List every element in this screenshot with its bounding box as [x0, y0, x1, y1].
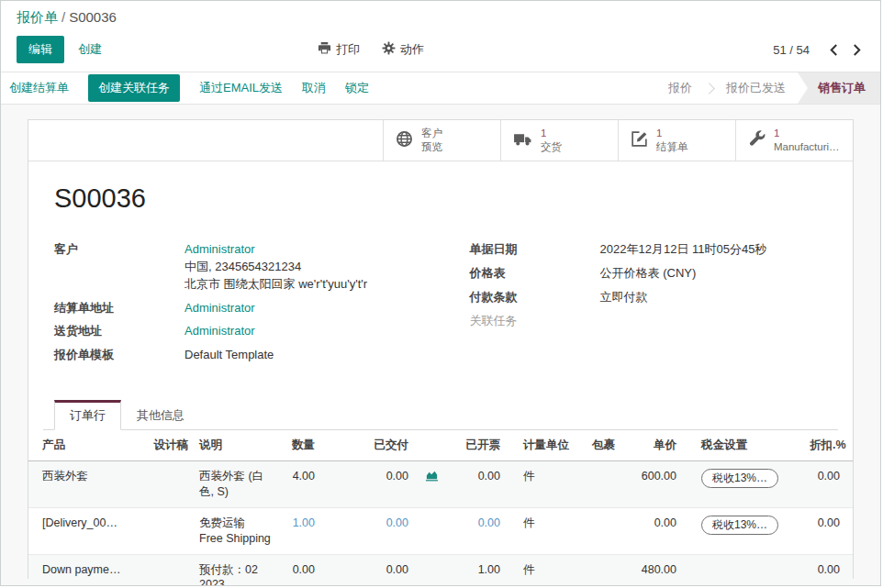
create-invoice-button[interactable]: 创建结算单 [9, 80, 69, 96]
pager-previous-icon[interactable] [826, 42, 842, 58]
col-description[interactable]: 说明 [194, 430, 276, 461]
cancel-button[interactable]: 取消 [302, 80, 326, 96]
manufacturing-stat-button[interactable]: 1Manufacturi… [735, 120, 853, 161]
field-invoice-address: 结算单地址 Administrator [54, 300, 470, 317]
edit-button[interactable]: 编辑 [17, 36, 64, 63]
breadcrumb-current-record: S00036 [69, 9, 117, 25]
tab-order-lines[interactable]: 订单行 [54, 400, 121, 430]
delivery-count: 1 [541, 128, 546, 139]
form-body: S00036 客户 Administrator 中国, 234565432123… [28, 183, 853, 430]
print-button[interactable]: 打印 [318, 41, 360, 58]
order-date-value: 2022年12月12日 11时05分45秒 [600, 241, 767, 259]
cell-discount: 0.00 [804, 554, 853, 586]
status-step-quotation[interactable]: 报价 [656, 72, 704, 104]
edit-note-icon [631, 130, 648, 150]
order-date-label: 单据日期 [470, 241, 600, 259]
pager-next-icon[interactable] [849, 42, 865, 58]
col-package[interactable]: 包裹 [587, 430, 634, 461]
create-button[interactable]: 创建 [78, 41, 102, 58]
order-line-row-1[interactable]: 西装外套 西装外套 (白 色, S) 4.00 0.00 0.00 件 600.… [28, 461, 853, 508]
lock-button[interactable]: 锁定 [345, 80, 369, 96]
cell-package [587, 507, 634, 554]
breadcrumb: 报价单/S00036 [1, 1, 880, 29]
breadcrumb-quotations-link[interactable]: 报价单 [17, 9, 58, 25]
cell-uom: 件 [506, 507, 587, 554]
related-task-label: 关联任务 [470, 313, 600, 330]
cell-unit-price: 480.00 [634, 554, 682, 586]
forecast-area-chart-icon[interactable] [414, 461, 449, 508]
invoice-stat-button[interactable]: 1结算单 [618, 120, 735, 161]
action-menu-button[interactable]: 动作 [382, 41, 424, 58]
cell-taxes [682, 554, 804, 586]
col-forecast-spacer [414, 430, 449, 461]
odoo-sale-order-window: 报价单/S00036 编辑 创建 打印 动作 51 / 54 创建结算单 创建关… [0, 0, 881, 586]
col-unit-price[interactable]: 单价 [634, 430, 682, 461]
col-taxes[interactable]: 税金设置 [682, 430, 804, 461]
cell-product: 西装外套 [28, 461, 139, 508]
form-sheet-background: 客户预览 1交货 1结算单 1Manufacturi… S00036 [1, 105, 880, 586]
status-steps: 报价 报价已发送 销售订单 [656, 72, 880, 104]
cell-uom: 件 [506, 461, 587, 508]
tax-badge: 税收13%… [701, 469, 778, 488]
cell-product: [Delivery_00… [28, 507, 139, 554]
forecast-spacer [414, 507, 449, 554]
col-discount[interactable]: 折扣.% [804, 430, 853, 461]
field-delivery-address: 送货地址 Administrator [54, 323, 470, 340]
notebook-tabs: 订单行 其他信息 [43, 400, 838, 430]
invoice-label: 结算单 [656, 141, 688, 152]
cell-taxes: 税收13%… [682, 507, 804, 554]
col-design[interactable]: 设计稿 [139, 430, 194, 461]
delivery-address-link[interactable]: Administrator [184, 324, 255, 338]
customer-address-line1: 中国, 2345654321234 [184, 260, 301, 273]
statusbar: 创建结算单 创建关联任务 通过EMAIL发送 取消 锁定 报价 报价已发送 销售… [1, 72, 880, 105]
field-customer: 客户 Administrator 中国, 2345654321234 北京市 围… [54, 241, 470, 294]
breadcrumb-separator: / [61, 9, 65, 25]
print-label: 打印 [336, 41, 360, 58]
payment-terms-value: 立即付款 [600, 289, 648, 306]
order-line-row-2[interactable]: [Delivery_00… 免费运输 Free Shipping 1.00 0.… [28, 507, 853, 554]
col-invoiced[interactable]: 已开票 [449, 430, 506, 461]
cell-discount: 0.00 [804, 461, 853, 508]
statusbar-buttons: 创建结算单 创建关联任务 通过EMAIL发送 取消 锁定 [1, 72, 369, 104]
field-related-task: 关联任务 [470, 313, 838, 330]
order-line-row-3[interactable]: Down payme… 预付款：02 2023 0.00 0.00 1.00 件… [28, 554, 853, 586]
customer-preview-button[interactable]: 客户预览 [383, 120, 500, 161]
status-step-sent[interactable]: 报价已发送 [714, 72, 798, 104]
status-step-sale-order[interactable]: 销售订单 [798, 72, 880, 104]
cell-delivered: 0.00 [320, 461, 414, 508]
cell-invoiced: 0.00 [449, 461, 506, 508]
tab-other-info[interactable]: 其他信息 [121, 400, 200, 430]
customer-link[interactable]: Administrator [184, 242, 255, 256]
cell-qty: 1.00 [276, 507, 320, 554]
invoice-address-link[interactable]: Administrator [184, 301, 255, 315]
delivery-label: 交货 [541, 141, 562, 152]
delivery-stat-button[interactable]: 1交货 [500, 120, 618, 161]
manufacturing-count: 1 [774, 128, 779, 139]
wrench-icon [748, 130, 766, 150]
field-payment-terms: 付款条款 立即付款 [470, 289, 838, 306]
col-uom[interactable]: 计量单位 [506, 430, 587, 461]
cell-unit-price: 0.00 [634, 507, 682, 554]
pager-count: 51 / 54 [773, 43, 810, 57]
cell-invoiced: 1.00 [449, 554, 506, 586]
form-sheet: 客户预览 1交货 1结算单 1Manufacturi… S00036 [28, 119, 854, 579]
field-pricelist: 价格表 公开价格表 (CNY) [470, 265, 838, 283]
invoice-count: 1 [656, 128, 662, 139]
send-by-email-button[interactable]: 通过EMAIL发送 [199, 80, 283, 96]
cell-qty: 0.00 [276, 554, 320, 586]
preview-label-line2: 预览 [421, 141, 442, 152]
cell-uom: 件 [506, 554, 587, 586]
truck-icon [513, 131, 532, 150]
cell-delivered: 0.00 [320, 554, 414, 586]
cell-package [587, 461, 634, 508]
record-name: S00036 [54, 183, 838, 214]
col-delivered[interactable]: 已交付 [320, 430, 414, 461]
quotation-template-value: Default Template [184, 347, 274, 364]
table-header-row: 产品 设计稿 说明 数量 已交付 已开票 计量单位 包裹 单价 税金设置 折扣.… [28, 430, 853, 461]
col-qty[interactable]: 数量 [276, 430, 320, 461]
cell-product: Down payme… [28, 554, 139, 586]
create-task-button[interactable]: 创建关联任务 [88, 74, 180, 102]
col-product[interactable]: 产品 [28, 430, 139, 461]
cell-package [587, 554, 634, 586]
quotation-template-label: 报价单模板 [54, 347, 184, 364]
